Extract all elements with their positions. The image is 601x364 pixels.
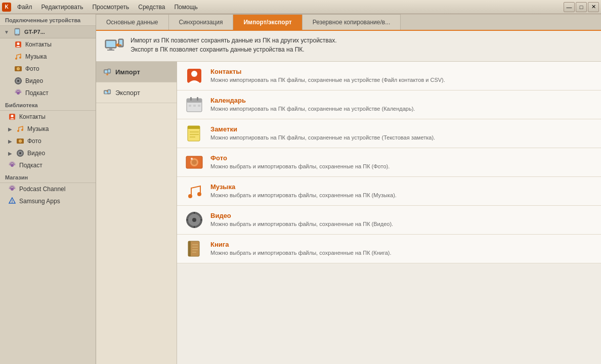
- menu-tools[interactable]: Средства: [134, 3, 169, 12]
- podcast-channel-label: Podcast Channel: [19, 186, 65, 193]
- device-photo-label: Фото: [25, 65, 39, 72]
- device-music-label: Музыка: [25, 53, 47, 60]
- ie-item-music[interactable]: Музыка Можно выбрать и импортировать фай…: [177, 177, 601, 206]
- ie-video-icon: [185, 211, 203, 229]
- svg-rect-57: [188, 126, 200, 129]
- svg-rect-1: [15, 29, 19, 34]
- sidebar: Подключенные устройства ▼ GT-P7...: [0, 14, 96, 364]
- ie-item-calendar-text: Календарь Можно импортировать на ПК файл…: [210, 97, 593, 113]
- svg-point-6: [19, 57, 21, 59]
- sidebar-item-samsung-apps[interactable]: Samsung Apps: [0, 195, 96, 207]
- device-podcast-label: Подкаст: [25, 89, 49, 97]
- ie-right-panel: Контакты Можно импортировать на ПК файлы…: [177, 62, 601, 364]
- svg-point-32: [12, 202, 13, 203]
- main-container: Подключенные устройства ▼ GT-P7...: [0, 14, 601, 364]
- menu-edit[interactable]: Редактировать: [37, 3, 88, 12]
- sidebar-item-library-video[interactable]: ▶ Видео: [0, 147, 96, 159]
- info-icon: [104, 36, 124, 56]
- sidebar-item-device-podcast[interactable]: Подкаст: [0, 87, 96, 99]
- export-button[interactable]: Экспорт: [96, 82, 177, 103]
- photo-expand-icon: ▶: [8, 139, 12, 144]
- sidebar-item-device-contacts[interactable]: Контакты: [0, 38, 96, 51]
- svg-rect-54: [193, 105, 196, 107]
- device-video-label: Видео: [25, 77, 43, 84]
- sidebar-item-device-photo[interactable]: Фото: [0, 63, 96, 75]
- maximize-button[interactable]: □: [576, 2, 587, 12]
- ie-calendar-icon: [185, 96, 203, 114]
- library-video-icon: [16, 149, 24, 157]
- tab-basic[interactable]: Основные данные: [96, 14, 169, 30]
- app-icon: K: [2, 3, 11, 12]
- samsung-apps-icon: [8, 197, 16, 205]
- export-label: Экспорт: [115, 89, 140, 97]
- ie-item-video[interactable]: Видео Можно выбрать и импортировать файл…: [177, 206, 601, 235]
- ie-music-title: Музыка: [210, 183, 593, 191]
- svg-rect-75: [188, 241, 191, 256]
- tab-backup[interactable]: Резервное копирование/в...: [303, 14, 401, 30]
- contacts-icon: [14, 40, 22, 49]
- svg-rect-36: [107, 50, 114, 51]
- sidebar-item-device[interactable]: ▼ GT-P7...: [0, 26, 96, 38]
- sidebar-item-device-video[interactable]: Видео: [0, 75, 96, 87]
- info-text: Импорт из ПК позволяет сохранять данные …: [131, 36, 337, 54]
- ie-video-desc: Можно выбрать и импортировать файлы, сох…: [210, 220, 593, 228]
- svg-point-20: [17, 130, 19, 132]
- sidebar-item-library-music[interactable]: ▶ Музыка: [0, 123, 96, 135]
- title-bar: K Файл Редактировать Просмотреть Средств…: [0, 0, 601, 14]
- ie-item-calendar[interactable]: Календарь Можно импортировать на ПК файл…: [177, 90, 601, 119]
- minimize-button[interactable]: —: [564, 2, 575, 12]
- library-video-label: Видео: [27, 150, 45, 157]
- library-music-label: Музыка: [27, 125, 49, 132]
- svg-rect-55: [198, 105, 200, 107]
- svg-rect-51: [190, 97, 192, 101]
- library-podcast-icon: [8, 161, 16, 169]
- ie-item-photo[interactable]: Фото Можно выбрать и импортировать файлы…: [177, 148, 601, 177]
- ie-video-title: Видео: [210, 212, 593, 219]
- ie-book-icon: [185, 240, 203, 258]
- menu-file[interactable]: Файл: [13, 3, 36, 12]
- svg-point-66: [197, 192, 201, 196]
- ie-item-video-text: Видео Можно выбрать и импортировать файл…: [210, 212, 593, 228]
- ie-item-contacts[interactable]: Контакты Можно импортировать на ПК файлы…: [177, 62, 601, 90]
- podcast-device-icon: [14, 89, 22, 97]
- ie-notes-title: Заметки: [210, 125, 593, 133]
- info-line2: Экспорт в ПК позволяет сохранить данные …: [131, 45, 337, 54]
- svg-point-63: [192, 160, 197, 165]
- tab-import-export[interactable]: Импорт/экспорт: [233, 14, 302, 30]
- svg-point-9: [18, 68, 19, 70]
- ie-book-desc: Можно выбрать и импортировать файлы, сох…: [210, 249, 593, 257]
- svg-point-69: [192, 218, 196, 222]
- sidebar-item-library-photo[interactable]: ▶ Фото: [0, 135, 96, 147]
- tab-sync[interactable]: Синхронизация: [169, 14, 234, 30]
- music-icon: [14, 53, 22, 61]
- photo-icon: [14, 65, 22, 73]
- sidebar-item-device-music[interactable]: Музыка: [0, 51, 96, 63]
- samsung-apps-label: Samsung Apps: [19, 198, 60, 205]
- menu-view[interactable]: Просмотреть: [88, 3, 133, 12]
- ie-contacts-icon: [185, 67, 203, 85]
- svg-rect-34: [106, 41, 115, 47]
- title-bar-controls: — □ ✕: [564, 2, 599, 12]
- ie-item-book[interactable]: Книга Можно выбрать и импортировать файл…: [177, 235, 601, 263]
- sidebar-item-library-contacts[interactable]: Контакты: [0, 111, 96, 123]
- svg-point-29: [11, 188, 14, 191]
- ie-calendar-desc: Можно импортировать на ПК файлы, сохране…: [210, 105, 593, 113]
- ie-music-desc: Можно выбрать и импортировать файлы, сох…: [210, 192, 593, 199]
- svg-point-24: [20, 141, 21, 142]
- library-contacts-label: Контакты: [19, 113, 46, 120]
- ie-contacts-desc: Можно импортировать на ПК файлы, сохране…: [210, 76, 593, 84]
- phone-icon: [13, 28, 21, 36]
- library-contacts-icon: [8, 113, 16, 121]
- close-button[interactable]: ✕: [588, 2, 599, 12]
- svg-point-2: [17, 34, 18, 35]
- sidebar-item-podcast-channel[interactable]: Podcast Channel: [0, 183, 96, 195]
- import-icon: [103, 68, 111, 76]
- library-podcast-label: Подкаст: [19, 162, 42, 169]
- svg-point-5: [15, 58, 17, 60]
- ie-notes-desc: Можно импортировать на ПК файлы, сохране…: [210, 134, 593, 142]
- import-button[interactable]: Импорт: [96, 62, 177, 82]
- ie-item-notes[interactable]: Заметки Можно импортировать на ПК файлы,…: [177, 119, 601, 148]
- device-contacts-label: Контакты: [25, 41, 52, 48]
- menu-help[interactable]: Помощь: [170, 3, 201, 12]
- sidebar-item-library-podcast[interactable]: Подкаст: [0, 159, 96, 171]
